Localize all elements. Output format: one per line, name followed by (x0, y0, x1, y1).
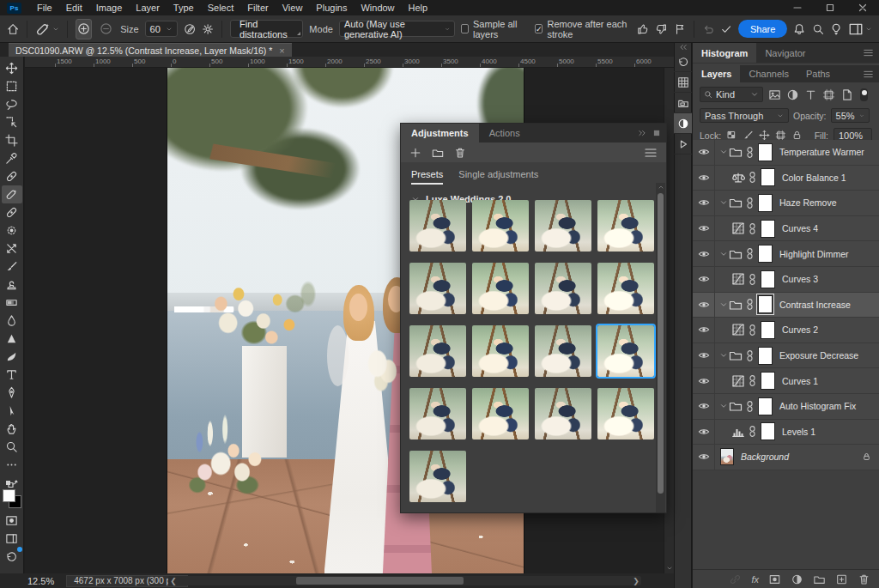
eyedropper-tool[interactable] (2, 149, 22, 167)
link-layers-icon[interactable] (729, 573, 742, 585)
layer-visibility-toggle[interactable] (693, 318, 715, 342)
layer-filter-toggle[interactable] (860, 88, 868, 101)
preset-thumbnail[interactable] (472, 200, 529, 252)
layer-visibility-toggle[interactable] (693, 241, 715, 266)
add-preset-icon[interactable] (409, 147, 421, 159)
preset-thumbnail[interactable] (472, 388, 529, 439)
search-icon[interactable] (812, 21, 824, 37)
chevron-down-icon[interactable] (719, 250, 728, 258)
blend-mode-dropdown[interactable]: Pass Through (700, 108, 789, 123)
new-group-folder-icon[interactable] (432, 147, 444, 159)
swap-colors-icon[interactable] (5, 477, 19, 488)
filter-shape-layers-icon[interactable] (822, 88, 835, 101)
filter-kind-dropdown[interactable]: Kind (700, 87, 763, 102)
subtab-presets[interactable]: Presets (411, 169, 443, 185)
layer-row-curves-2[interactable]: Curves 2 (693, 318, 879, 343)
remove-tool[interactable] (2, 221, 22, 239)
preset-thumbnail[interactable] (409, 451, 466, 502)
layer-visibility-toggle[interactable] (693, 140, 715, 165)
menu-window[interactable]: Window (354, 0, 401, 15)
levels-adjustment-icon[interactable] (731, 425, 745, 439)
menu-image[interactable]: Image (89, 0, 130, 15)
collapse-panel-icon[interactable] (637, 129, 647, 137)
panel-menu-icon[interactable] (863, 48, 874, 58)
minimize-button[interactable] (781, 0, 814, 15)
dock-glyphs-button[interactable] (674, 72, 692, 93)
filter-adjustment-layers-icon[interactable] (786, 88, 799, 101)
zoom-level[interactable]: 12.5% (27, 576, 54, 586)
add-layer-mask-icon[interactable] (768, 573, 781, 585)
scrollbar-thumb[interactable] (658, 193, 664, 494)
tab-actions[interactable]: Actions (479, 124, 530, 142)
brush-add-mode-button[interactable] (76, 19, 92, 39)
lasso-tool[interactable] (2, 95, 22, 113)
tab-adjustments[interactable]: Adjustments (401, 124, 479, 142)
dock-adjustments-button[interactable] (674, 113, 692, 134)
commit-check-icon[interactable] (720, 21, 732, 37)
panel-menu-icon[interactable] (644, 147, 658, 159)
layer-visibility-toggle[interactable] (693, 420, 715, 445)
curves-adjustment-icon[interactable] (731, 374, 745, 388)
screen-mode-button[interactable] (2, 530, 22, 548)
chevron-down-icon[interactable] (719, 300, 728, 309)
layer-row-curves-3[interactable]: Curves 3 (693, 267, 879, 293)
preset-thumbnail[interactable] (472, 263, 529, 314)
hand-tool[interactable] (2, 420, 22, 438)
layer-row-auto-histogram-fix[interactable]: Auto Histogram Fix (693, 394, 879, 420)
color-balance-adjustment-icon[interactable] (731, 171, 745, 185)
type-tool[interactable] (2, 366, 22, 384)
preset-thumbnail[interactable] (535, 388, 591, 439)
layer-visibility-toggle[interactable] (693, 216, 715, 241)
layer-row-curves-4[interactable]: Curves 4 (693, 216, 879, 242)
layer-thumbnail[interactable] (720, 448, 734, 465)
home-icon[interactable] (7, 21, 19, 37)
flag-icon[interactable] (674, 21, 686, 37)
collapse-dock-icon[interactable] (678, 43, 688, 52)
preset-thumbnail[interactable] (409, 325, 466, 377)
layer-visibility-toggle[interactable] (693, 166, 715, 191)
brush-subtract-mode-button[interactable] (98, 19, 114, 39)
curves-adjustment-icon[interactable] (731, 323, 745, 336)
quick-mask-button[interactable] (2, 512, 22, 530)
thumbs-up-icon[interactable] (637, 21, 649, 37)
chevron-down-icon[interactable] (719, 402, 728, 410)
brush-tool[interactable] (2, 258, 22, 276)
layer-mask-thumbnail[interactable] (758, 194, 773, 212)
foreground-color-swatch[interactable] (3, 489, 15, 502)
share-button[interactable]: Share (738, 20, 787, 38)
layer-mask-thumbnail[interactable] (758, 245, 773, 263)
gear-icon[interactable] (202, 21, 214, 37)
zoom-tool[interactable] (2, 438, 22, 456)
tool-preset-picker[interactable] (35, 21, 59, 37)
spot-healing-brush-tool[interactable] (2, 185, 22, 203)
layer-row-exposure-decrease[interactable]: Exposure Decrease (693, 343, 879, 369)
scroll-down-icon[interactable] (664, 563, 674, 573)
layer-visibility-toggle[interactable] (693, 267, 715, 292)
layer-effects-icon[interactable]: fx (751, 574, 759, 585)
layer-mask-thumbnail[interactable] (761, 422, 775, 440)
menu-type[interactable]: Type (167, 0, 201, 15)
layer-mask-thumbnail[interactable] (758, 347, 773, 365)
scroll-up-icon[interactable] (656, 183, 665, 191)
layer-row-color-balance-1[interactable]: Color Balance 1 (693, 166, 879, 191)
brush-settings-icon[interactable] (184, 21, 196, 37)
object-selection-tool[interactable] (2, 113, 22, 131)
preset-thumbnail[interactable] (597, 388, 654, 439)
blur-tool[interactable] (2, 312, 22, 330)
menu-plugins[interactable]: Plugins (309, 0, 354, 15)
lightbulb-icon[interactable] (830, 21, 842, 37)
new-adjustment-layer-icon[interactable] (791, 573, 803, 585)
preset-thumbnail[interactable] (409, 200, 466, 252)
layer-mask-thumbnail[interactable] (758, 143, 773, 161)
subtab-single-adjustments[interactable]: Single adjustments (458, 169, 538, 185)
preset-thumbnail[interactable] (597, 263, 654, 314)
tab-channels[interactable]: Channels (740, 65, 797, 82)
remove-after-stroke-checkbox[interactable]: Remove after each stroke (535, 19, 631, 39)
layer-visibility-toggle[interactable] (693, 445, 715, 470)
preset-thumbnail[interactable] (409, 388, 466, 439)
color-swatches[interactable] (3, 489, 21, 508)
thumbs-down-icon[interactable] (655, 21, 667, 37)
preset-thumbnail[interactable] (535, 263, 591, 314)
layer-row-contrast-increase[interactable]: Contrast Increase (693, 293, 879, 318)
layer-visibility-toggle[interactable] (693, 293, 715, 318)
